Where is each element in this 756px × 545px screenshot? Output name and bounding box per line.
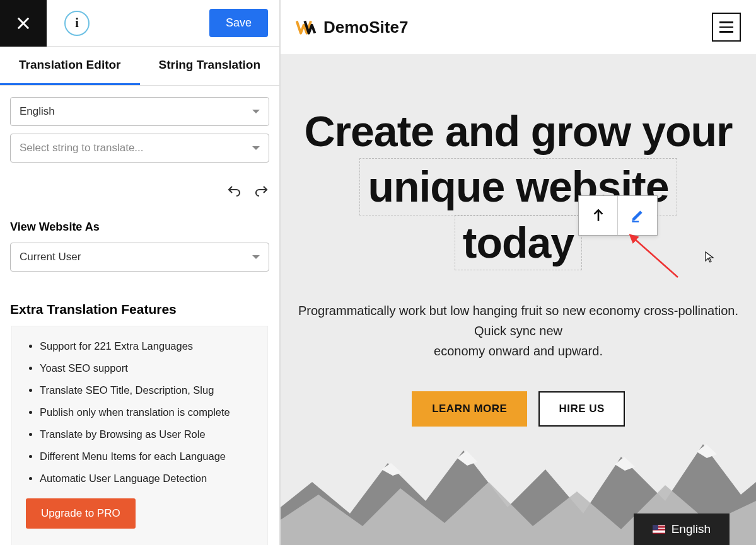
hero-heading[interactable]: Create and grow your unique website toda…: [281, 54, 756, 270]
string-select-placeholder: Select string to translate...: [20, 142, 144, 154]
list-item: Different Menu Items for each Language: [40, 450, 253, 462]
list-item: Translate by Browsing as User Role: [40, 428, 253, 440]
extra-features-list: Support for 221 Extra Languages Yoast SE…: [26, 340, 253, 485]
menu-button[interactable]: [712, 13, 741, 42]
list-item: Translate SEO Title, Description, Slug: [40, 384, 253, 396]
merge-parent-button[interactable]: [579, 196, 618, 235]
hamburger-icon: [719, 21, 733, 23]
view-as-value: Current User: [20, 251, 81, 263]
site-logo: [296, 17, 316, 37]
undo-icon[interactable]: [226, 184, 241, 199]
chevron-down-icon: [252, 146, 260, 150]
tab-string-translation[interactable]: String Translation: [140, 47, 280, 85]
language-select-value: English: [20, 105, 55, 118]
extra-features-title: Extra Translation Features: [0, 290, 279, 326]
language-select[interactable]: English: [10, 97, 269, 126]
close-button[interactable]: [0, 0, 47, 47]
redo-icon[interactable]: [254, 184, 269, 199]
save-button[interactable]: Save: [209, 9, 268, 37]
us-flag-icon: [653, 525, 665, 534]
list-item: Publish only when translation is complet…: [40, 406, 253, 418]
edit-pencil-button[interactable]: [618, 196, 657, 235]
list-item: Yoast SEO support: [40, 362, 253, 374]
site-title: DemoSite7: [323, 18, 408, 37]
inline-edit-toolbar: [578, 195, 658, 236]
info-icon[interactable]: i: [64, 11, 90, 36]
hero-subtitle: Programmatically work but low hanging fr…: [281, 301, 756, 361]
view-as-select[interactable]: Current User: [10, 243, 269, 272]
upgrade-pro-button[interactable]: Upgrade to PRO: [26, 498, 136, 529]
chevron-down-icon: [252, 255, 260, 259]
language-switcher[interactable]: English: [634, 513, 730, 545]
extra-features-box: Support for 221 Extra Languages Yoast SE…: [11, 326, 268, 545]
list-item: Support for 221 Extra Languages: [40, 340, 253, 352]
chevron-down-icon: [252, 110, 260, 113]
preview-pane: DemoSite7 Create and grow your unique we…: [281, 0, 756, 545]
tab-translation-editor[interactable]: Translation Editor: [0, 47, 140, 85]
view-as-label: View Website As: [0, 209, 279, 243]
string-select[interactable]: Select string to translate...: [10, 134, 269, 163]
list-item: Automatic User Language Detection: [40, 473, 253, 485]
